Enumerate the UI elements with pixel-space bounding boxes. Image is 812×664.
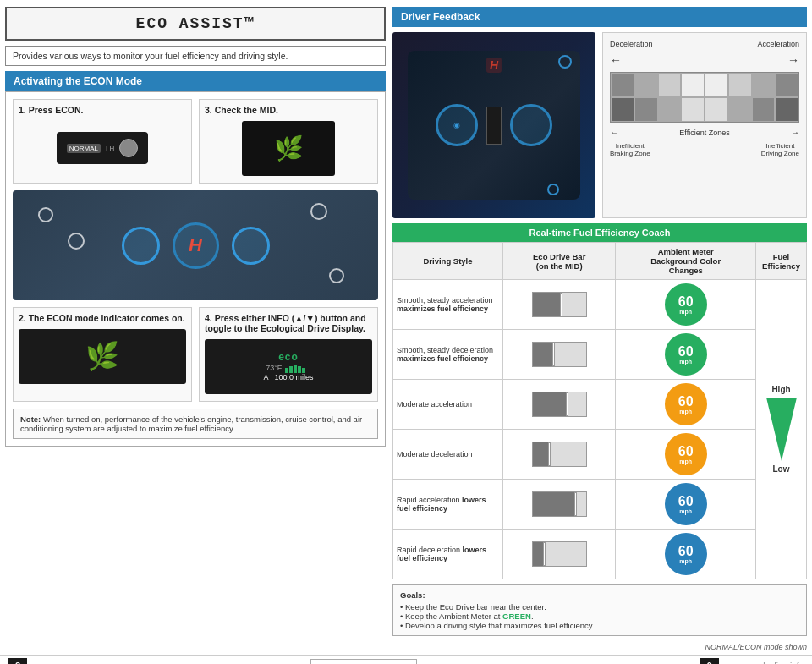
- th-fuel-eff: Fuel Efficiency: [756, 243, 807, 280]
- speedo-cell-5: 60 mph: [619, 483, 752, 525]
- goal-3: • Develop a driving style that maximizes…: [400, 621, 799, 630]
- th-driving-style: Driving Style: [393, 243, 503, 280]
- td-speedo-4: 60 mph: [616, 430, 756, 480]
- eco-bar-visual-4: [532, 442, 587, 467]
- td-style-1: Smooth, steady acceleration maximizes fu…: [393, 280, 503, 330]
- eco-display-bar: [285, 363, 305, 373]
- speedo-cell-6: 60 mph: [619, 533, 752, 575]
- speedo-2: 60 mph: [665, 333, 707, 376]
- speedo-cell-3: 60 mph: [619, 383, 752, 425]
- g14: [728, 97, 752, 122]
- highlight-circle-4: [329, 268, 344, 283]
- main-content: ECO ASSIST™ Provides various ways to mon…: [0, 0, 812, 655]
- rfe-table-wrapper: Driving Style Eco Drive Bar(on the MID) …: [392, 242, 807, 579]
- g5: [705, 73, 728, 97]
- bar-3: [294, 365, 297, 373]
- goal-2: • Keep the Ambient Meter at GREEN.: [400, 612, 799, 621]
- eco-bar-fill-1: [533, 293, 562, 316]
- td-eco-bar-1: [503, 280, 616, 330]
- td-bold-2: maximizes fuel efficiency: [397, 354, 488, 363]
- g2: [634, 73, 658, 97]
- td-eco-bar-5: [503, 480, 616, 530]
- eco-bar-fill-4: [533, 442, 550, 466]
- honda-logo-car: H: [486, 58, 502, 73]
- eco-bar-fill-3: [533, 392, 568, 416]
- speedo-6: 60 mph: [665, 533, 707, 575]
- green-word: GREEN: [502, 612, 531, 621]
- eco-bar-fill-5: [533, 492, 577, 516]
- eco-bar-cell-4: [507, 442, 612, 467]
- ambient-diagram: Deceleration Acceleration ← →: [602, 32, 807, 218]
- td-style-3: Moderate acceleration: [393, 380, 503, 430]
- right-arrow-3: →: [791, 128, 799, 137]
- left-panel: ECO ASSIST™ Provides various ways to mon…: [5, 7, 386, 651]
- speedo-4: 60 mph: [665, 433, 707, 475]
- step-1-image: NORMAL I H: [19, 118, 186, 178]
- step-3-label: 3. Check the MID.: [205, 105, 372, 115]
- g6: [728, 73, 752, 97]
- eco-bar-fill-2: [533, 343, 554, 366]
- step-3-box: 3. Check the MID. 🌿: [199, 99, 378, 184]
- g7: [752, 73, 776, 97]
- econ-button-mock: NORMAL I H: [57, 132, 148, 164]
- highlight-car-1: [558, 55, 572, 69]
- bottom-bar: 8 TABLE OF CONTENTS 9 carmanualonline.in…: [0, 655, 812, 664]
- right-gauge: [510, 104, 552, 146]
- left-arrow: ←: [610, 53, 622, 67]
- step-3-image: 🌿: [205, 118, 372, 178]
- eco-bar-indicator-2: [552, 343, 555, 366]
- highlight-circle-2: [68, 233, 85, 250]
- eco-bar-indicator-6: [543, 542, 546, 566]
- g3: [658, 73, 682, 97]
- eco-bar-indicator-1: [560, 293, 562, 316]
- speedo-unit-1: mph: [679, 309, 692, 315]
- inefficient-driving-label: InefficientDriving Zone: [761, 142, 799, 157]
- table-row: Smooth, steady deceleration maximizes fu…: [393, 330, 807, 380]
- highlight-car-2: [547, 184, 559, 195]
- driver-feedback-title: Driver Feedback: [401, 11, 480, 23]
- td-eco-bar-2: [503, 330, 616, 380]
- speedo-cell-4: 60 mph: [619, 433, 752, 475]
- g11: [658, 97, 682, 122]
- activating-header: Activating the ECON Mode: [5, 71, 386, 91]
- table-row: Rapid deceleration lowers fuel efficienc…: [393, 530, 807, 579]
- speedo-cell-1: 60 mph: [619, 283, 752, 326]
- arrow-row: ← →: [610, 52, 799, 69]
- honda-logo: H: [189, 234, 202, 256]
- normal-econ-note: NORMAL/ECON mode shown: [392, 643, 807, 651]
- td-style-6: Rapid deceleration lowers fuel efficienc…: [393, 530, 503, 579]
- eco-bar-indicator-5: [574, 492, 577, 516]
- efficient-zones: Efficient Zones: [679, 129, 729, 137]
- highlight-circle-3: [310, 203, 327, 220]
- step-2-box: 2. The ECON mode indicator comes on. 🌿: [13, 307, 192, 402]
- step-2-image: 🌿: [19, 327, 186, 386]
- speedo-5: 60 mph: [665, 483, 707, 525]
- eco-display-mock: eco 73°F: [205, 339, 372, 394]
- right-arrow: →: [787, 53, 799, 67]
- step-4-label: 4. Press either INFO (▲/▼) button and to…: [205, 313, 372, 333]
- activating-content: 1. Press ECON. NORMAL I H: [5, 91, 386, 447]
- td-bold-1: maximizes fuel efficiency: [397, 305, 488, 313]
- highlight-circle-1: [38, 207, 53, 222]
- high-label: High: [771, 385, 790, 394]
- g16: [775, 97, 798, 122]
- td-eco-bar-6: [503, 530, 616, 579]
- table-of-contents[interactable]: TABLE OF CONTENTS: [310, 659, 417, 665]
- td-eco-bar-4: [503, 430, 616, 480]
- activating-header-text: Activating the ECON Mode: [14, 75, 142, 87]
- td-eco-bar-3: [503, 380, 616, 430]
- speedo-3: 60 mph: [665, 383, 707, 425]
- g4: [681, 73, 705, 97]
- step-1-box: 1. Press ECON. NORMAL I H: [13, 99, 192, 184]
- eco-display-bottom: A 100.0 miles: [263, 373, 313, 381]
- eco-bar-cell-3: [507, 392, 612, 417]
- car-dash: ◉ H: [408, 51, 580, 200]
- eco-bar-cell-6: [507, 541, 612, 567]
- eco-temp: 73°F: [266, 364, 282, 372]
- eco-bar-visual-6: [532, 541, 587, 567]
- rfe-header-row: Driving Style Eco Drive Bar(on the MID) …: [393, 243, 807, 280]
- eco-i: I: [309, 364, 311, 372]
- eco-bar-visual-5: [532, 491, 587, 517]
- dash-gauge-left: [122, 227, 160, 265]
- g8: [775, 73, 798, 97]
